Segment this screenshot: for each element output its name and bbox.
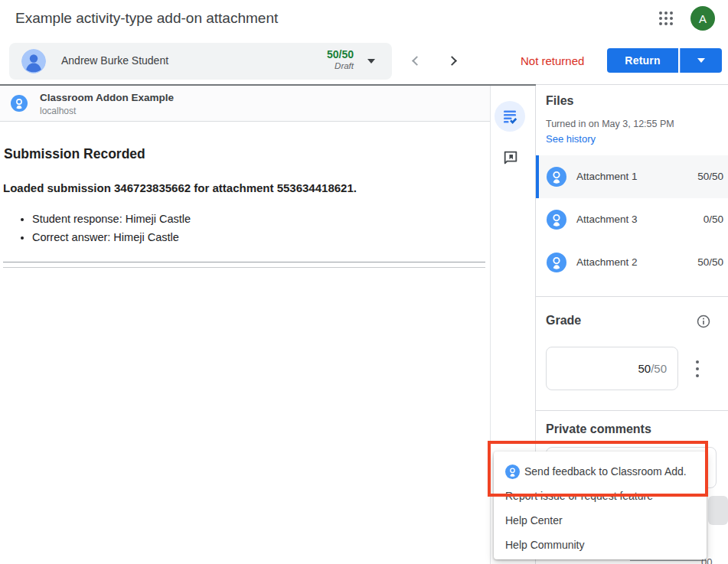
attachment-score: 50/50 (697, 171, 723, 182)
tab-comments[interactable] (502, 149, 519, 166)
page-title: Example activity-type add-on attachment (15, 10, 278, 27)
clipped-underline (630, 560, 707, 561)
menu-item-help-center[interactable]: Help Center (494, 508, 707, 533)
menu-item-send-feedback[interactable]: Send feedback to Classroom Add. (494, 459, 707, 484)
horizontal-rule (3, 262, 485, 262)
menu-item-help-community[interactable]: Help Community (494, 533, 707, 557)
menu-item-report-issue[interactable]: Report issue or request feature (494, 484, 707, 508)
grade-denominator: /50 (651, 362, 667, 375)
list-item-student-response: Student response: Himeji Castle (32, 210, 478, 228)
addon-logo-icon (505, 465, 520, 479)
attachment-name: Attachment 3 (576, 214, 638, 225)
submission-detail-list: Student response: Himeji Castle Correct … (18, 210, 478, 246)
attachment-name: Attachment 1 (576, 171, 638, 182)
attachment-score: 50/50 (697, 256, 723, 268)
submission-heading: Submission Recorded (4, 146, 145, 162)
grade-section-title: Grade (546, 314, 581, 328)
files-section-title: Files (546, 94, 573, 108)
student-name: Andrew Burke Student (61, 54, 168, 67)
menu-item-label: Help Community (505, 539, 584, 551)
student-selector[interactable]: Andrew Burke Student 50/50 Draft (9, 43, 392, 80)
attachment-row-2[interactable]: Attachment 3 0/50 (536, 198, 728, 241)
classroom-grading-window: Example activity-type add-on attachment … (0, 0, 728, 564)
submission-lead-text: Loaded submission 346723835662 for attac… (3, 181, 357, 194)
apps-grid-icon[interactable] (657, 9, 675, 28)
return-button[interactable]: Return (607, 48, 678, 73)
comment-bookmark-icon (502, 149, 519, 166)
grade-value: 50 (638, 362, 651, 375)
grade-input[interactable]: 50/50 (546, 347, 678, 390)
list-item-correct-answer: Correct answer: Himeji Castle (32, 228, 478, 246)
next-student-button[interactable] (447, 56, 457, 66)
return-status-text: Not returned (521, 54, 584, 67)
return-options-button[interactable] (680, 48, 722, 73)
section-divider (536, 296, 728, 297)
student-avatar (21, 49, 46, 73)
attachment-score: 0/50 (704, 214, 723, 225)
addon-logo-icon (547, 210, 566, 230)
student-grade-summary: 50/50 Draft (327, 48, 354, 70)
student-selector-caret-icon[interactable] (367, 59, 375, 64)
addon-app-host: localhost (40, 106, 76, 116)
caret-down-icon (697, 58, 705, 63)
grading-list-check-icon (501, 108, 518, 125)
post-comment-button[interactable] (708, 496, 728, 525)
attachment-row-3[interactable]: Attachment 2 50/50 (536, 241, 728, 284)
addon-content-pane: Classroom Addon Example localhost Submis… (0, 86, 490, 564)
addon-logo-icon (547, 167, 566, 187)
menu-item-label: Send feedback to Classroom Add. (524, 465, 687, 478)
previous-student-button[interactable] (412, 56, 422, 66)
horizontal-rule (3, 267, 485, 268)
info-icon[interactable] (697, 315, 710, 328)
addon-logo-icon (11, 95, 28, 112)
account-avatar[interactable]: A (690, 6, 715, 31)
student-grade-state: Draft (327, 61, 354, 70)
attachment-row-1[interactable]: Attachment 1 50/50 (536, 155, 728, 198)
addon-logo-icon (547, 253, 566, 272)
account-avatar-initial: A (699, 12, 707, 25)
menu-item-label: Report issue or request feature (505, 490, 653, 502)
private-comments-title: Private comments (546, 422, 651, 436)
addon-app-name: Classroom Addon Example (40, 92, 174, 103)
student-grade-fraction: 50/50 (327, 48, 354, 60)
addon-header: Classroom Addon Example localhost (0, 86, 490, 122)
turned-in-timestamp: Turned in on May 3, 12:55 PM (546, 119, 674, 129)
grade-more-options-icon[interactable] (690, 360, 704, 377)
see-history-link[interactable]: See history (546, 133, 596, 145)
help-popup-menu: Send feedback to Classroom Add. Report i… (494, 452, 707, 559)
section-divider (536, 410, 728, 411)
attachment-name: Attachment 2 (576, 256, 638, 268)
menu-item-label: Help Center (505, 514, 563, 527)
tab-grading-files[interactable] (495, 101, 525, 132)
